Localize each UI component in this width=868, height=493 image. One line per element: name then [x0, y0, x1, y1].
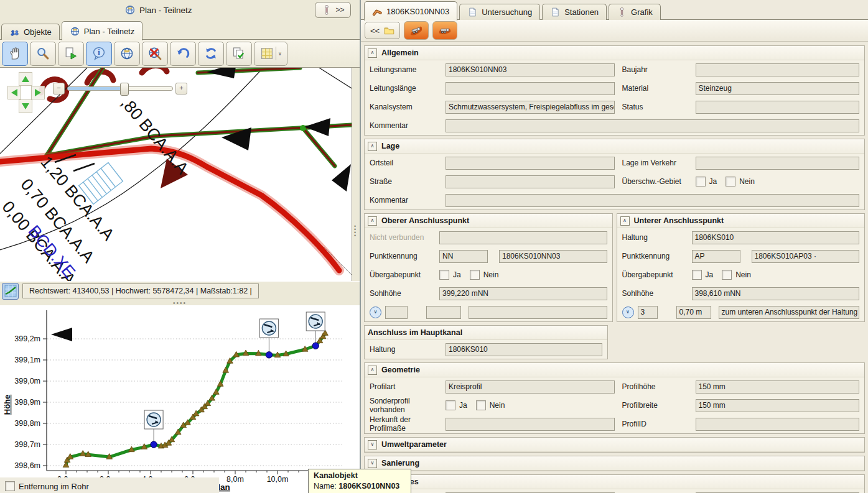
pan-right-button[interactable]: [31, 86, 45, 99]
field-leitungsname[interactable]: 1806KS010NN03: [446, 63, 615, 76]
clear-selection-button[interactable]: [142, 42, 168, 66]
checkbox[interactable]: [722, 270, 732, 280]
collapse-toggle-geometrie[interactable]: ∧: [368, 366, 377, 375]
svg-text:398,9m: 398,9m: [14, 398, 40, 407]
collapse-toggle-lage[interactable]: ∧: [368, 142, 377, 151]
tab-objekte[interactable]: Objekte: [1, 24, 60, 40]
field-profilhöhe[interactable]: 150 mm: [696, 380, 860, 394]
label-baujahr: Baujahr: [622, 65, 696, 74]
tooltip-title: Kanalobjekt: [314, 471, 406, 480]
section-sonstiges: ∧SonstigesgsnameStrang: [364, 474, 865, 493]
entfernung-im-rohr-checkbox[interactable]: [5, 481, 15, 491]
field-material[interactable]: Steinzeug: [696, 82, 860, 95]
pan-down-button[interactable]: [19, 99, 32, 113]
field-baujahr[interactable]: [696, 63, 860, 76]
checkbox[interactable]: [439, 270, 449, 280]
collapse-toggle-oberer-anschlusspunkt[interactable]: ∧: [368, 216, 377, 226]
field-punktkennung-kennung[interactable]: AP: [692, 250, 740, 263]
chevron-down-icon[interactable]: ∨: [276, 47, 282, 60]
collapse-toggle-unterer-anschlusspunkt[interactable]: ∧: [620, 216, 630, 226]
map-viewport[interactable]: ,80 BCA.A.A1,20 BCA.A.A0,70 BCA.A.A0,00 …: [0, 68, 352, 281]
checkbox[interactable]: [726, 177, 735, 187]
field-haltung[interactable]: 1806KS010: [446, 343, 602, 356]
zoom-out-button[interactable]: −: [53, 83, 65, 94]
section-oberer-anschlusspunkt: ∧Oberer AnschlusspunktNicht verbundenPun…: [364, 213, 613, 322]
zoom-tool-button[interactable]: [30, 42, 56, 66]
field-straße[interactable]: [446, 175, 615, 188]
map-tooltip: Kanalobjekt Name: 1806KS010NN03: [308, 469, 411, 493]
tab-plan-teilnetz[interactable]: Plan - Teilnetz: [62, 21, 142, 40]
refresh-button[interactable]: [198, 42, 224, 66]
field-profilart[interactable]: Kreisprofil: [446, 380, 615, 394]
checkbox[interactable]: [446, 400, 455, 410]
undo-button[interactable]: [170, 42, 196, 66]
copy-confirm-button[interactable]: [226, 42, 252, 66]
field-nicht-verbunden[interactable]: [439, 231, 607, 244]
zoom-track[interactable]: [67, 86, 173, 91]
field-detail-1[interactable]: [426, 306, 461, 319]
expand-row-button[interactable]: ∨: [370, 306, 381, 318]
select-object-button[interactable]: [58, 42, 84, 66]
collapse-toggle-sanierung[interactable]: ∨: [368, 459, 377, 468]
field-kommentar[interactable]: [446, 119, 859, 132]
field-punktkennung[interactable]: 1806KS010NN03: [499, 250, 607, 263]
left-tab-bar: ObjektePlan - Teilnetz: [0, 20, 360, 40]
field-punktkennung-kennung[interactable]: NN: [439, 250, 488, 263]
info-tool-button[interactable]: i: [86, 42, 112, 66]
map-canvas[interactable]: ,80 BCA.A.A1,20 BCA.A.A0,70 BCA.A.A0,00 …: [0, 68, 352, 281]
tab-grafik[interactable]: Grafik: [609, 4, 661, 20]
checkbox[interactable]: [696, 177, 706, 187]
field-sohlhöhe[interactable]: 398,610 mNN: [692, 287, 860, 300]
collapse-toggle-allgemein[interactable]: ∧: [368, 48, 377, 58]
pipe-downstream-button[interactable]: [432, 21, 457, 40]
section-unterer-anschlusspunkt: ∧Unterer AnschlusspunktHaltung1806KS010P…: [617, 213, 866, 322]
label-herkunft-der-profilmaße: Herkunft der Profilmaße: [370, 415, 446, 433]
pan-tool-button[interactable]: [2, 42, 28, 66]
field-detail-0[interactable]: [385, 306, 408, 319]
field-status[interactable]: [696, 101, 860, 114]
label-kommentar: Kommentar: [370, 196, 446, 205]
tab-untersuchung[interactable]: Untersuchung: [459, 4, 540, 20]
field-detail-0[interactable]: 3: [638, 306, 658, 319]
checkbox[interactable]: [476, 400, 486, 410]
zoom-in-button[interactable]: +: [175, 83, 187, 94]
field-detail-1[interactable]: 0,70 m: [676, 306, 711, 319]
field-detail-2[interactable]: zum unteren Anschlusspunkt der Haltung 1…: [719, 306, 860, 319]
expand-row-button[interactable]: ∨: [622, 306, 634, 318]
field-kommentar[interactable]: [446, 194, 859, 207]
collapse-toggle-umweltparameter[interactable]: ∨: [368, 440, 377, 449]
layer-style-button[interactable]: ∨: [254, 42, 287, 66]
checkbox[interactable]: [470, 270, 480, 280]
globe-icon: [119, 46, 134, 61]
form-row: Sohlhöhe399,220 mNN: [365, 284, 612, 303]
field-profilid[interactable]: [696, 418, 860, 431]
detach-panel-button[interactable]: >>: [315, 2, 351, 18]
vertical-splitter[interactable]: ••••: [354, 225, 356, 237]
field-punktkennung[interactable]: 1806KS010AP03 ·: [752, 250, 860, 263]
checkbox[interactable]: [692, 270, 702, 280]
collapse-panel-button[interactable]: <<: [365, 22, 400, 39]
horizontal-splitter[interactable]: ••••: [0, 300, 360, 305]
field-profilbreite[interactable]: 150 mm: [696, 399, 860, 412]
profile-view-icon[interactable]: [2, 283, 19, 300]
field-lage-im-verkehr[interactable]: [696, 157, 860, 170]
field-herkunft-der-profilmaße[interactable]: [446, 418, 615, 431]
tab-stationen[interactable]: Stationen: [542, 4, 607, 20]
tab-1806ks010nn03[interactable]: 1806KS010NN03: [364, 1, 457, 21]
field-ortsteil[interactable]: [446, 157, 615, 170]
field-haltung[interactable]: 1806KS010: [692, 231, 860, 244]
field-detail-2[interactable]: [469, 306, 607, 319]
section-sanierung: ∨Sanierung: [364, 456, 865, 471]
zoom-slider-thumb[interactable]: [120, 83, 129, 96]
field-sohlhöhe[interactable]: 399,220 mNN: [439, 287, 607, 300]
field-leitungslänge[interactable]: [446, 82, 615, 95]
field-kanalsystem[interactable]: Schmutzwassersystem, Freispiegelabfluss …: [446, 101, 615, 114]
map-panel: Plan - Teilnetz >> ObjektePlan - Teilnet…: [0, 0, 360, 493]
pan-left-button[interactable]: [7, 86, 21, 99]
label-profilart: Profilart: [370, 382, 446, 391]
full-extent-button[interactable]: [114, 42, 140, 66]
pan-up-button[interactable]: [19, 72, 32, 86]
profile-chart[interactable]: 398,6m398,7m398,8m398,9m399,0m399,1m399,…: [0, 305, 360, 493]
measurement-gauge-icon: [144, 410, 163, 429]
pipe-upstream-button[interactable]: [404, 21, 429, 40]
